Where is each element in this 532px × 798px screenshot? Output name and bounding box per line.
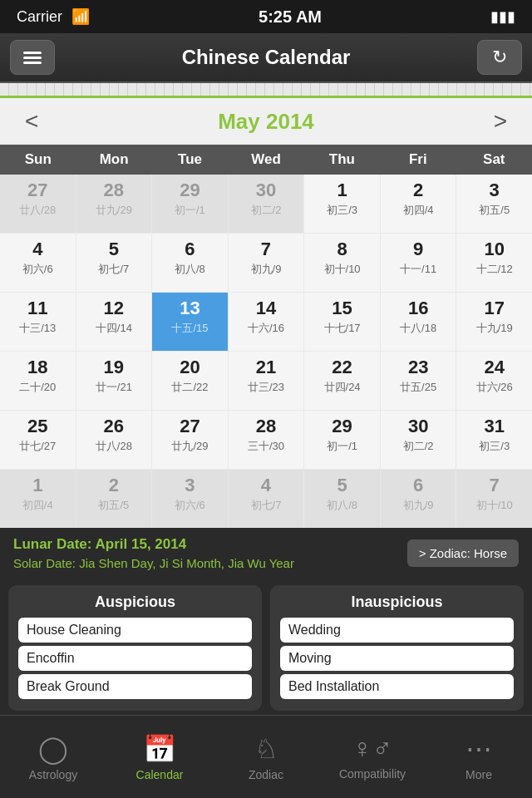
cal-lunar-date: 十七/17 bbox=[324, 321, 361, 336]
cal-cell-w5d2[interactable]: 3初六/6 bbox=[152, 470, 228, 528]
cal-day-number: 5 bbox=[109, 239, 119, 260]
cal-cell-w2d4[interactable]: 15十七/17 bbox=[304, 293, 380, 351]
tab-zodiac[interactable]: ♘ Zodiac bbox=[213, 716, 319, 798]
tab-astrology-label: Astrology bbox=[29, 768, 77, 781]
app-header: Chinese Calendar ↻ bbox=[0, 33, 532, 83]
cal-cell-w1d1[interactable]: 5初七/7 bbox=[76, 234, 152, 292]
cal-day-number: 18 bbox=[27, 357, 47, 378]
prev-month-button[interactable]: < bbox=[17, 108, 47, 135]
cal-cell-w1d5[interactable]: 9十一/11 bbox=[381, 234, 456, 292]
day-header-sun: Sun bbox=[0, 145, 76, 175]
cal-cell-w0d5[interactable]: 2初四/4 bbox=[381, 175, 456, 233]
cal-cell-w4d4[interactable]: 29初一/1 bbox=[304, 411, 380, 469]
cal-lunar-date: 初二/2 bbox=[251, 203, 282, 218]
cal-cell-w4d6[interactable]: 31初三/3 bbox=[456, 411, 532, 469]
lunar-date-line: Lunar Date: April 15, 2014 bbox=[13, 536, 407, 553]
cal-day-number: 14 bbox=[256, 298, 276, 319]
cal-cell-w1d3[interactable]: 7初九/9 bbox=[229, 234, 304, 292]
carrier-label: Carrier 📶 bbox=[17, 7, 90, 26]
cal-day-number: 10 bbox=[484, 239, 504, 260]
cal-cell-w0d2[interactable]: 29初一/1 bbox=[152, 175, 228, 233]
cal-cell-w3d6[interactable]: 24廿六/26 bbox=[456, 352, 532, 410]
cal-cell-w2d5[interactable]: 16十八/18 bbox=[381, 293, 456, 351]
cal-cell-w1d2[interactable]: 6初八/8 bbox=[152, 234, 228, 292]
cal-cell-w5d6[interactable]: 7初十/10 bbox=[456, 470, 532, 528]
wave-decoration bbox=[0, 83, 532, 98]
cal-cell-w1d0[interactable]: 4初六/6 bbox=[0, 234, 76, 292]
cal-cell-w3d1[interactable]: 19廿一/21 bbox=[76, 352, 152, 410]
cal-cell-w3d2[interactable]: 20廿二/22 bbox=[152, 352, 228, 410]
day-header-mon: Mon bbox=[76, 145, 151, 175]
cal-cell-w4d2[interactable]: 27廿九/29 bbox=[152, 411, 228, 469]
cal-day-number: 7 bbox=[490, 475, 500, 496]
refresh-button[interactable]: ↻ bbox=[477, 40, 522, 75]
cal-cell-w5d3[interactable]: 4初七/7 bbox=[229, 470, 304, 528]
cal-day-number: 1 bbox=[337, 180, 347, 201]
cal-day-number: 30 bbox=[408, 416, 428, 437]
cal-lunar-date: 初四/4 bbox=[403, 203, 434, 218]
cal-day-number: 22 bbox=[332, 357, 352, 378]
cal-cell-w3d3[interactable]: 21廿三/23 bbox=[229, 352, 304, 410]
cal-lunar-date: 初三/3 bbox=[327, 203, 357, 218]
cal-cell-w2d0[interactable]: 11十三/13 bbox=[0, 293, 76, 351]
cal-day-number: 24 bbox=[484, 357, 504, 378]
cal-day-number: 30 bbox=[256, 180, 276, 201]
tab-calendar-label: Calendar bbox=[136, 768, 184, 781]
tab-astrology[interactable]: ◯ Astrology bbox=[0, 716, 106, 798]
cal-cell-w1d4[interactable]: 8初十/10 bbox=[304, 234, 380, 292]
zodiac-button[interactable]: > Zodiac: Horse bbox=[407, 539, 519, 567]
cal-cell-w3d5[interactable]: 23廿五/25 bbox=[381, 352, 456, 410]
day-header-sat: Sat bbox=[456, 145, 532, 175]
cal-day-number: 28 bbox=[104, 180, 124, 201]
cal-cell-w5d0[interactable]: 1初四/4 bbox=[0, 470, 76, 528]
tab-more[interactable]: ⋯ More bbox=[426, 716, 532, 798]
cal-cell-w4d3[interactable]: 28三十/30 bbox=[229, 411, 304, 469]
inausp-item-1: Moving bbox=[280, 646, 514, 671]
cal-cell-w3d0[interactable]: 18二十/20 bbox=[0, 352, 76, 410]
cal-cell-w4d1[interactable]: 26廿八/28 bbox=[76, 411, 152, 469]
cal-lunar-date: 廿七/27 bbox=[19, 439, 56, 454]
cal-cell-w5d1[interactable]: 2初五/5 bbox=[76, 470, 152, 528]
next-month-button[interactable]: > bbox=[485, 108, 515, 135]
cal-cell-w3d4[interactable]: 22廿四/24 bbox=[304, 352, 380, 410]
cal-cell-w2d1[interactable]: 12十四/14 bbox=[76, 293, 152, 351]
battery-icon: ▮▮▮ bbox=[490, 7, 515, 26]
tab-bar: ◯ Astrology 📅 Calendar ♘ Zodiac ♀♂ Compa… bbox=[0, 715, 532, 798]
cal-day-number: 25 bbox=[27, 416, 47, 437]
cal-day-number: 3 bbox=[185, 475, 195, 496]
cal-cell-w1d6[interactable]: 10十二/12 bbox=[456, 234, 532, 292]
cal-cell-w0d4[interactable]: 1初三/3 bbox=[304, 175, 380, 233]
cal-day-number: 6 bbox=[413, 475, 423, 496]
menu-button[interactable] bbox=[10, 40, 55, 75]
cal-day-number: 1 bbox=[32, 475, 42, 496]
cal-lunar-date: 廿九/29 bbox=[171, 439, 208, 454]
day-header-thu: Thu bbox=[304, 145, 380, 175]
cal-cell-w0d3[interactable]: 30初二/2 bbox=[229, 175, 304, 233]
tab-compatibility[interactable]: ♀♂ Compatibility bbox=[319, 716, 426, 798]
cal-cell-w0d1[interactable]: 28廿九/29 bbox=[76, 175, 152, 233]
cal-cell-w0d0[interactable]: 27廿八/28 bbox=[0, 175, 76, 233]
cal-lunar-date: 初五/5 bbox=[98, 498, 129, 513]
cal-cell-w2d2[interactable]: 13十五/15 bbox=[152, 293, 228, 351]
cal-cell-w5d5[interactable]: 6初九/9 bbox=[381, 470, 456, 528]
cal-cell-w2d3[interactable]: 14十六/16 bbox=[229, 293, 304, 351]
cal-lunar-date: 十八/18 bbox=[400, 321, 436, 336]
cal-cell-w2d6[interactable]: 17十九/19 bbox=[456, 293, 532, 351]
tab-calendar[interactable]: 📅 Calendar bbox=[106, 716, 213, 798]
cal-cell-w5d4[interactable]: 5初八/8 bbox=[304, 470, 380, 528]
month-nav: < May 2014 > bbox=[0, 98, 532, 145]
cal-day-number: 2 bbox=[413, 180, 423, 201]
cal-lunar-date: 初五/5 bbox=[479, 203, 510, 218]
auspicious-column: Auspicious House Cleaning Encoffin Break… bbox=[8, 585, 262, 711]
cal-day-number: 27 bbox=[27, 180, 47, 201]
cal-day-number: 4 bbox=[32, 239, 42, 260]
cal-lunar-date: 初七/7 bbox=[98, 262, 129, 277]
tab-more-label: More bbox=[466, 768, 492, 781]
cal-lunar-date: 初一/1 bbox=[175, 203, 205, 218]
cal-day-number: 15 bbox=[332, 298, 352, 319]
cal-cell-w4d5[interactable]: 30初二/2 bbox=[381, 411, 456, 469]
cal-day-number: 29 bbox=[332, 416, 352, 437]
cal-cell-w0d6[interactable]: 3初五/5 bbox=[456, 175, 532, 233]
cal-lunar-date: 廿八/28 bbox=[96, 439, 132, 454]
cal-cell-w4d0[interactable]: 25廿七/27 bbox=[0, 411, 76, 469]
